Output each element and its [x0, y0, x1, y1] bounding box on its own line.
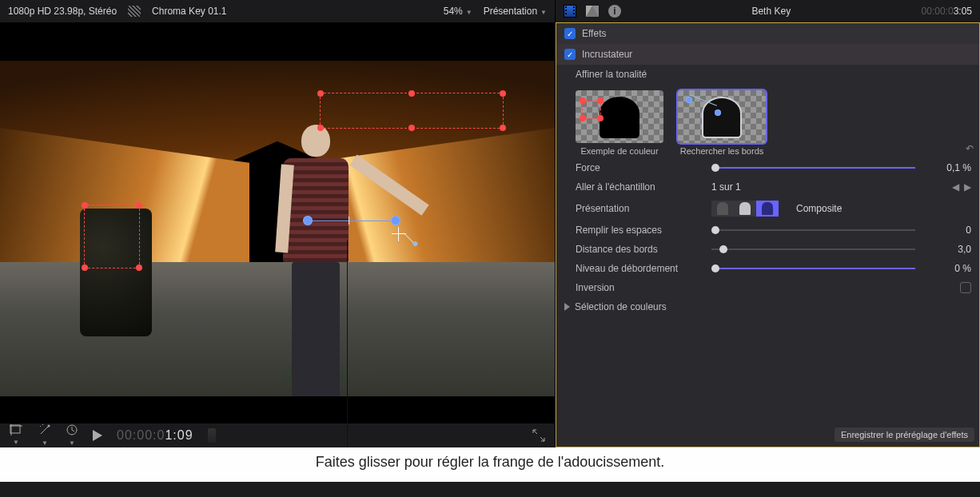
strength-slider[interactable]: [711, 162, 915, 173]
keyer-label: Incrustateur: [582, 49, 632, 60]
inspector-title: Beth Key: [631, 6, 912, 17]
svg-point-1: [48, 425, 50, 427]
chevron-down-icon: ▼: [540, 9, 547, 16]
transport-bar: ▼ ▼ ▼ 00:00:01:09: [0, 423, 555, 447]
jump-sample-label: Aller à l'échantillon: [576, 181, 703, 193]
viewer-timecode[interactable]: 00:00:01:09: [117, 428, 193, 443]
edge-distance-row: Distance des bords 3,0: [556, 240, 979, 259]
viewer-canvas[interactable]: [0, 22, 555, 423]
view-dropdown[interactable]: Présentation▼: [484, 6, 547, 17]
figure-caption: Faites glisser pour régler la frange de …: [316, 454, 665, 470]
view-original-button[interactable]: [711, 201, 734, 217]
edge-distance-value[interactable]: 3,0: [923, 244, 971, 255]
strength-label: Force: [576, 162, 703, 173]
viewer-toolbar: 1080p HD 23.98p, Stéréo Chroma Key 01.1 …: [0, 0, 555, 22]
edge-center-tick[interactable]: [349, 217, 349, 225]
save-effects-preset-button[interactable]: Enregistrer le préréglage d'effets: [835, 427, 974, 442]
reset-button-hook-icon[interactable]: ↶: [966, 143, 980, 157]
sample-nav: ◀ ▶: [952, 181, 971, 193]
figure-caption-area: Faites glisser pour régler la frange de …: [0, 447, 980, 482]
invert-checkbox[interactable]: [960, 282, 971, 293]
refine-key-row: Affiner la tonalité: [556, 65, 979, 84]
view-mode-buttons: [711, 201, 779, 217]
refine-thumbnails: Exemple de couleur Rechercher les bords: [556, 84, 979, 158]
info-inspector-tab-icon[interactable]: i: [608, 5, 621, 18]
keyed-subject: [264, 125, 368, 396]
fill-holes-slider[interactable]: [711, 225, 915, 236]
spill-level-value[interactable]: 0 %: [923, 263, 971, 274]
jump-sample-row: Aller à l'échantillon 1 sur 1 ◀ ▶: [556, 177, 979, 197]
zoom-dropdown[interactable]: 54%▼: [444, 6, 472, 17]
view-matte-button[interactable]: [734, 201, 756, 217]
edge-distance-slider[interactable]: [711, 244, 915, 255]
inspector-toolbar: i Beth Key 00:00:03:05: [556, 0, 980, 22]
fullscreen-button[interactable]: [532, 429, 545, 442]
color-selection-disclosure[interactable]: Sélection de couleurs: [556, 297, 979, 316]
effects-inspector: ✓ Effets ✓ Incrustateur Affiner la tonal…: [556, 22, 980, 447]
next-sample-button[interactable]: ▶: [964, 181, 971, 193]
view-composite-button[interactable]: [756, 201, 779, 217]
format-label: 1080p HD 23.98p, Stéréo: [8, 6, 117, 17]
enhance-tool-dropdown[interactable]: ▼: [38, 423, 51, 447]
edge-handle-right[interactable]: [391, 216, 400, 225]
view-mode-value: Composite: [796, 203, 842, 214]
prev-sample-button[interactable]: ◀: [952, 181, 959, 193]
invert-label: Inversion: [576, 282, 703, 293]
fill-holes-row: Remplir les espaces 0: [556, 221, 979, 240]
effects-label: Effets: [582, 28, 606, 39]
sample-color-tool[interactable]: Exemple de couleur: [576, 90, 663, 157]
fill-holes-label: Remplir les espaces: [576, 225, 703, 236]
clip-duration: 00:00:03:05: [922, 6, 972, 17]
spill-level-label: Niveau de débordement: [576, 263, 703, 274]
refine-key-label: Affiner la tonalité: [576, 69, 703, 80]
jump-sample-value: 1 sur 1: [711, 181, 741, 193]
audio-meter: [208, 428, 216, 443]
strength-row: Force 0,1 %: [556, 158, 979, 177]
edges-tool[interactable]: Rechercher les bords: [678, 90, 766, 157]
color-sample-box[interactable]: [84, 205, 140, 268]
disclosure-triangle-icon: [564, 303, 570, 311]
view-mode-label: Présentation: [576, 203, 703, 214]
video-inspector-tab-icon[interactable]: [564, 5, 576, 18]
spill-level-slider[interactable]: [711, 263, 915, 274]
edge-handle-left[interactable]: [303, 216, 313, 225]
retime-tool-dropdown[interactable]: ▼: [66, 423, 78, 447]
app-window: 1080p HD 23.98p, Stéréo Chroma Key 01.1 …: [0, 0, 980, 447]
invert-row: Inversion: [556, 278, 979, 297]
edge-softness-line[interactable]: [308, 221, 396, 221]
strength-value[interactable]: 0,1 %: [923, 162, 971, 173]
chevron-down-icon: ▼: [466, 9, 472, 16]
effects-section-header[interactable]: ✓ Effets: [556, 23, 979, 44]
viewer-pane: 1080p HD 23.98p, Stéréo Chroma Key 01.1 …: [0, 0, 556, 447]
color-selection-label: Sélection de couleurs: [575, 301, 667, 312]
inspector-pane: i Beth Key 00:00:03:05 ✓ Effets ✓ Incrus…: [556, 0, 980, 447]
callout-line: [347, 240, 348, 447]
effects-checkbox[interactable]: ✓: [564, 28, 576, 39]
crop-tool-dropdown[interactable]: ▼: [10, 424, 24, 447]
play-button[interactable]: [93, 430, 102, 441]
video-frame: [0, 61, 555, 396]
color-sample-box[interactable]: [320, 93, 504, 129]
clapperboard-icon[interactable]: [128, 6, 141, 17]
keyer-checkbox[interactable]: ✓: [564, 49, 576, 60]
clip-name[interactable]: Chroma Key 01.1: [152, 6, 226, 17]
spill-level-row: Niveau de débordement 0 %: [556, 259, 979, 278]
view-mode-row: Présentation Composite: [556, 197, 979, 221]
keyer-section-header[interactable]: ✓ Incrustateur: [556, 44, 979, 65]
edge-distance-label: Distance des bords: [576, 244, 703, 255]
fill-holes-value[interactable]: 0: [923, 225, 971, 236]
color-inspector-tab-icon[interactable]: [586, 6, 599, 17]
